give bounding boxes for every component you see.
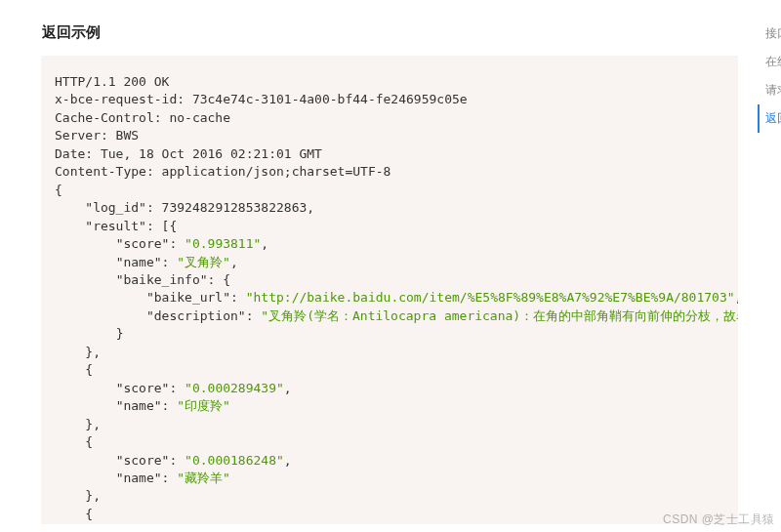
json-key-burl-0: "baike_url" xyxy=(146,290,230,305)
json-key-score-1: "score" xyxy=(116,381,170,395)
json-key-name-2: "name" xyxy=(116,471,162,485)
json-key-score-2: "score" xyxy=(116,453,170,468)
json-item-open-2: { xyxy=(85,362,93,377)
section-title: 返回示例 xyxy=(42,23,742,42)
json-key-baike-0: "baike_info" xyxy=(116,272,208,287)
right-sidebar-nav: 接口 在线 请求 返回 xyxy=(758,20,781,133)
json-baike-close-0: } xyxy=(116,326,124,341)
sidebar-item-1[interactable]: 在线 xyxy=(758,48,781,76)
header-server: Server: BWS xyxy=(55,128,139,143)
json-open-brace: { xyxy=(55,183,62,197)
json-val-desc-0: "叉角羚(学名：Antilocapra americana)：在角的中部角鞘有向… xyxy=(261,308,738,323)
json-val-log-id: 7392482912853822863 xyxy=(162,200,308,215)
sidebar-item-2[interactable]: 请求 xyxy=(758,76,781,104)
json-baike-open-0: { xyxy=(223,272,230,287)
response-code-block: HTTP/1.1 200 OK x-bce-request-id: 73c4e7… xyxy=(41,56,738,524)
sidebar-item-3[interactable]: 返回 xyxy=(758,104,781,133)
json-key-desc-0: "description" xyxy=(146,308,246,323)
json-key-name-0: "name" xyxy=(116,255,162,269)
json-val-name-1: "印度羚" xyxy=(177,398,230,413)
json-key-log-id: "log_id" xyxy=(85,200,146,215)
header-request-id: x-bce-request-id: 73c4e74c-3101-4a00-bf4… xyxy=(55,92,468,106)
json-key-score-0: "score" xyxy=(116,236,170,251)
json-val-score-2: "0.000186248" xyxy=(185,453,284,468)
json-result-open: [{ xyxy=(162,219,178,233)
tabs-placeholder xyxy=(46,0,456,10)
json-item-close-1: }, xyxy=(85,345,101,359)
json-item-open-4: { xyxy=(85,507,93,521)
sidebar-item-0[interactable]: 接口 xyxy=(758,20,781,48)
json-key-name-1: "name" xyxy=(116,398,162,413)
json-item-close-2: }, xyxy=(85,417,101,431)
header-cache-control: Cache-Control: no-cache xyxy=(55,110,230,125)
main-content: 返回示例 HTTP/1.1 200 OK x-bce-request-id: 7… xyxy=(0,0,742,524)
http-status-line: HTTP/1.1 200 OK xyxy=(55,74,169,89)
json-item-open-3: { xyxy=(85,434,93,449)
json-val-name-2: "藏羚羊" xyxy=(177,471,230,485)
json-item-close-3: }, xyxy=(85,488,101,503)
json-val-name-0: "叉角羚" xyxy=(177,255,230,269)
header-content-type: Content-Type: application/json;charset=U… xyxy=(55,164,390,179)
watermark: CSDN @芝士工具猿 xyxy=(663,512,775,528)
json-key-result: "result" xyxy=(85,219,146,233)
json-val-burl-0: "http://baike.baidu.com/item/%E5%8F%89%E… xyxy=(246,290,735,305)
header-date: Date: Tue, 18 Oct 2016 02:21:01 GMT xyxy=(55,146,322,161)
json-val-score-0: "0.993811" xyxy=(185,236,261,251)
json-val-score-1: "0.000289439" xyxy=(185,381,284,395)
